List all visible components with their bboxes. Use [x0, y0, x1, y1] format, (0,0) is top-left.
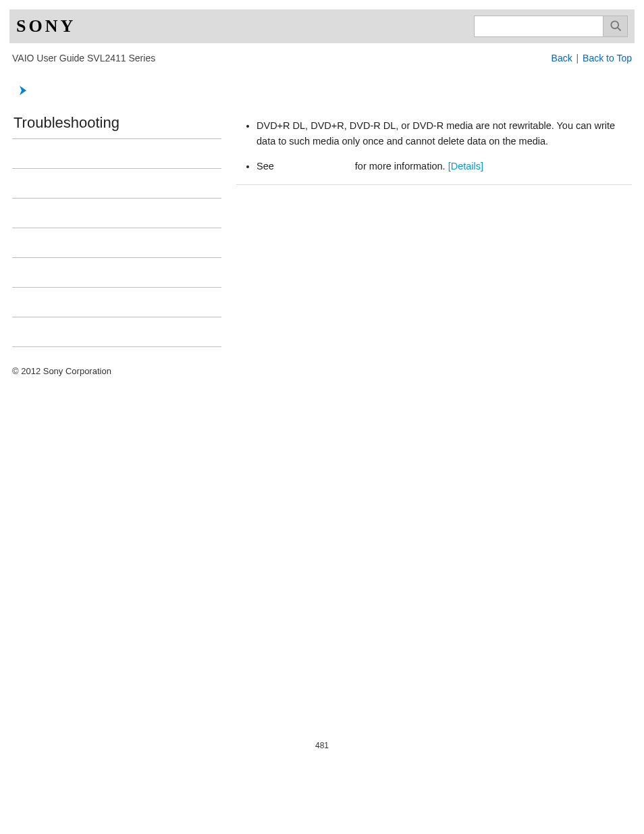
bullet2-post-text: for more information. [355, 161, 448, 172]
sidebar: Troubleshooting [12, 110, 221, 347]
content-divider [236, 184, 632, 185]
sidebar-item[interactable] [12, 199, 221, 228]
sidebar-item[interactable] [12, 317, 221, 347]
sidebar-item[interactable] [12, 139, 221, 169]
search-group [474, 16, 628, 37]
content-list: DVD+R DL, DVD+R, DVD-R DL, or DVD-R medi… [236, 118, 632, 175]
nav-separator: | [572, 53, 583, 63]
back-link[interactable]: Back [552, 53, 572, 63]
main-content: DVD+R DL, DVD+R, DVD-R DL, or DVD-R medi… [236, 110, 632, 185]
svg-point-0 [611, 21, 618, 28]
content-bullet-1: DVD+R DL, DVD+R, DVD-R DL, or DVD-R medi… [257, 118, 632, 149]
sony-logo: SONY [16, 16, 76, 36]
details-link[interactable]: [Details] [448, 161, 483, 172]
copyright-text: © 2012 Sony Corporation [9, 347, 635, 376]
sidebar-item[interactable] [12, 288, 221, 317]
page-number: 481 [0, 741, 644, 777]
svg-line-1 [617, 27, 620, 30]
content-bullet-2: Seefor more information. [Details] [257, 159, 632, 174]
subheader: VAIO User Guide SVL2411 Series Back | Ba… [9, 43, 635, 80]
bullet2-pre-text: See [257, 161, 274, 172]
header-bar: SONY [9, 9, 635, 43]
sidebar-item[interactable] [12, 228, 221, 258]
breadcrumb-row [9, 80, 635, 110]
sidebar-heading: Troubleshooting [12, 110, 221, 139]
search-button[interactable] [603, 16, 627, 36]
search-input[interactable] [475, 16, 603, 36]
back-to-top-link[interactable]: Back to Top [583, 53, 632, 63]
chevron-right-icon[interactable] [19, 85, 28, 98]
search-icon [609, 19, 622, 34]
guide-title: VAIO User Guide SVL2411 Series [12, 53, 155, 63]
nav-links: Back | Back to Top [552, 53, 632, 63]
sidebar-item[interactable] [12, 258, 221, 288]
sidebar-item[interactable] [12, 169, 221, 199]
